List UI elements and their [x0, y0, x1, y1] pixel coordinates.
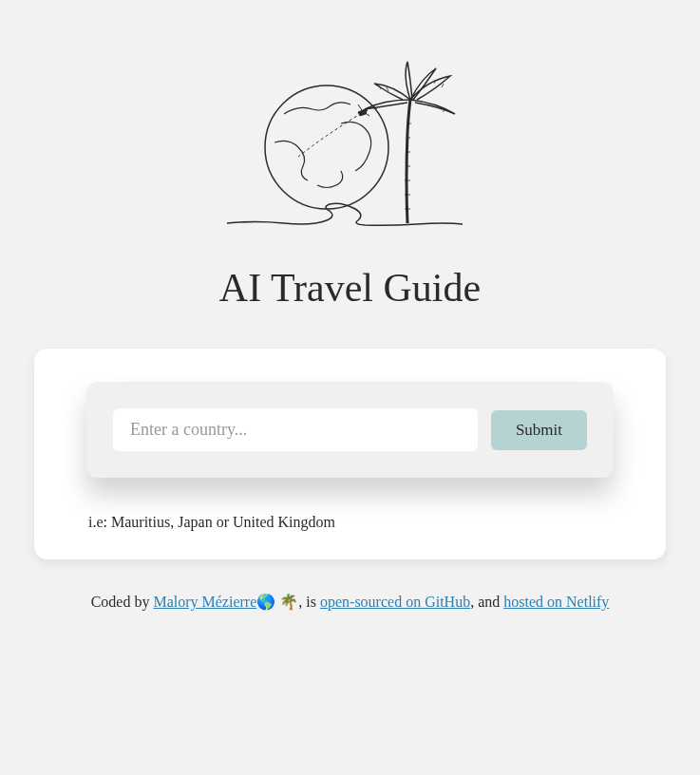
- author-link[interactable]: Malory Mézierre: [153, 594, 256, 610]
- page-title: AI Travel Guide: [219, 265, 481, 311]
- footer: Coded by Malory Mézierre🌎 🌴, is open-sou…: [91, 593, 610, 611]
- search-card: Submit i.e: Mauritius, Japan or United K…: [34, 349, 666, 559]
- logo: [218, 57, 483, 241]
- github-link[interactable]: open-sourced on GitHub: [320, 594, 470, 610]
- footer-mid2: , and: [470, 594, 503, 610]
- svg-point-0: [265, 85, 388, 209]
- country-input[interactable]: [113, 408, 478, 451]
- footer-emojis: 🌎 🌴: [256, 594, 298, 610]
- footer-mid1: , is: [298, 594, 320, 610]
- globe-palm-icon: [218, 57, 483, 237]
- hint-text: i.e: Mauritius, Japan or United Kingdom: [86, 514, 614, 531]
- netlify-link[interactable]: hosted on Netlify: [503, 594, 609, 610]
- footer-prefix: Coded by: [91, 594, 154, 610]
- search-pill: Submit: [86, 382, 614, 478]
- submit-button[interactable]: Submit: [491, 410, 587, 450]
